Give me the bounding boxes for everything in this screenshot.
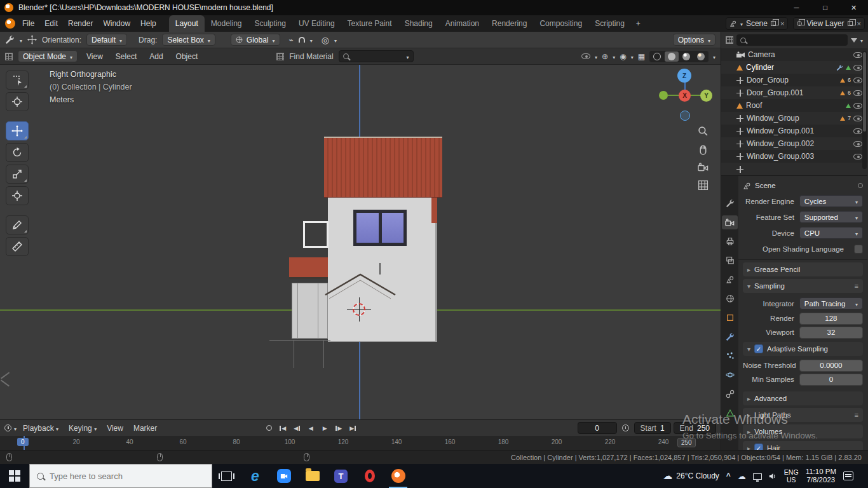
outliner-item-camera[interactable]: Camera — [721, 48, 867, 61]
select-box-tool[interactable] — [6, 71, 29, 90]
options-dropdown[interactable]: Options — [673, 34, 715, 46]
view-menu[interactable]: View — [83, 50, 107, 63]
visibility-eye-icon[interactable] — [853, 90, 862, 96]
xray-toggle-icon[interactable]: ▦ — [638, 53, 645, 60]
outliner-item-cylinder[interactable]: Cylinder — [721, 61, 867, 74]
select-menu[interactable]: Select — [112, 50, 140, 63]
tab-world-icon[interactable] — [722, 292, 738, 306]
action-center-icon[interactable] — [843, 471, 853, 480]
render-engine-dropdown[interactable]: Cycles — [799, 195, 863, 207]
osl-checkbox[interactable] — [854, 245, 863, 254]
task-view-button[interactable] — [212, 464, 241, 488]
menu-render[interactable]: Render — [63, 17, 98, 30]
add-menu[interactable]: Add — [146, 50, 166, 63]
transform-tool[interactable] — [6, 186, 29, 205]
outliner-search-field[interactable] — [736, 34, 848, 46]
keying-menu[interactable]: Keying — [65, 422, 100, 435]
next-keyframe-button[interactable]: ▶ — [333, 423, 344, 433]
noise-threshold-field[interactable]: 0.0000 — [799, 360, 863, 372]
tab-view-layer-icon[interactable] — [722, 254, 738, 268]
workspace-tab-layout[interactable]: Layout — [169, 15, 205, 32]
outliner-item-window-group-001[interactable]: Window_Group.001 — [721, 125, 867, 137]
overlays-caret-icon[interactable] — [631, 52, 634, 61]
advanced-panel[interactable]: Advanced — [743, 391, 863, 405]
tab-scene-icon[interactable] — [722, 273, 738, 287]
shading-material-button[interactable] — [679, 51, 693, 62]
visibility-eye-icon[interactable] — [853, 141, 862, 147]
playback-menu[interactable]: Playback — [19, 422, 62, 435]
new-scene-icon[interactable] — [771, 21, 776, 26]
scale-tool[interactable] — [6, 165, 29, 184]
file-explorer-button[interactable] — [298, 464, 327, 488]
play-reverse-button[interactable]: ◀ — [305, 423, 316, 433]
workspace-tab-rendering[interactable]: Rendering — [485, 15, 533, 32]
shading-caret-icon[interactable] — [713, 52, 715, 61]
edge-button[interactable]: e — [241, 464, 269, 488]
pan-hand-icon[interactable] — [698, 144, 709, 155]
tab-object-icon[interactable] — [722, 311, 738, 325]
outliner-item-window-group-003[interactable]: Window_Group.003 — [721, 150, 867, 163]
hair-checkbox[interactable] — [754, 444, 763, 450]
visibility-caret-icon[interactable] — [595, 52, 597, 61]
prev-keyframe-button[interactable]: ◀ — [291, 423, 302, 433]
snap-link-icon[interactable]: ⌁ — [289, 36, 294, 44]
tool-caret-icon[interactable] — [20, 36, 22, 44]
feature-set-dropdown[interactable]: Supported — [799, 211, 863, 223]
visibility-eye-icon[interactable] — [853, 78, 862, 83]
presets-menu-icon[interactable] — [855, 411, 858, 419]
gizmos-toggle-icon[interactable]: ⊕ — [602, 53, 608, 60]
viewport-3d[interactable]: Right Orthographic (0) Collection | Cyli… — [0, 65, 721, 419]
adaptive-sampling-checkbox[interactable] — [754, 344, 763, 353]
workspace-tab-texture-paint[interactable]: Texture Paint — [341, 15, 398, 32]
minimize-button[interactable]: ─ — [782, 0, 811, 15]
workspace-tab-sculpting[interactable]: Sculpting — [248, 15, 292, 32]
pin-icon[interactable] — [858, 183, 863, 188]
visibility-eye-icon[interactable] — [853, 154, 862, 159]
start-frame-field[interactable]: Start1 — [634, 422, 671, 434]
marker-menu[interactable]: Marker — [130, 422, 161, 435]
unlink-scene-icon[interactable]: × — [780, 20, 784, 27]
object-visibility-icon[interactable] — [581, 53, 590, 59]
outliner-caret-icon[interactable] — [860, 36, 863, 44]
jump-to-start-button[interactable]: ◀ — [277, 423, 288, 433]
volume-icon[interactable] — [769, 472, 777, 480]
move-widget-icon[interactable] — [27, 35, 37, 44]
tab-output-icon[interactable] — [722, 234, 738, 248]
material-search-field[interactable] — [339, 50, 414, 62]
workspace-tab-animation[interactable]: Animation — [439, 15, 485, 32]
maximize-button[interactable]: □ — [811, 0, 839, 15]
taskbar-search[interactable] — [29, 464, 212, 488]
visibility-eye-icon[interactable] — [853, 52, 862, 58]
outliner-scrollbar[interactable] — [862, 51, 867, 169]
blender-taskbar-button[interactable] — [384, 464, 412, 488]
grid-toggle-icon[interactable] — [698, 180, 709, 191]
timeline-ruler[interactable]: 20 40 60 80 100 120 140 160 180 200 220 … — [0, 436, 721, 450]
proportional-edit-icon[interactable]: ◎ — [322, 36, 329, 44]
scene-selector[interactable]: Scene × — [726, 17, 788, 30]
add-workspace-button[interactable]: + — [631, 15, 646, 32]
device-dropdown[interactable]: CPU — [799, 227, 863, 239]
outliner-item-door-group-001[interactable]: Door_Group.001 6 — [721, 86, 867, 99]
menu-window[interactable]: Window — [98, 17, 135, 30]
taskbar-search-input[interactable] — [50, 471, 183, 481]
visibility-eye-icon[interactable] — [853, 65, 862, 71]
start-button[interactable] — [0, 464, 29, 488]
zoom-icon[interactable] — [698, 126, 709, 137]
viewport-samples-field[interactable]: 32 — [799, 327, 863, 339]
visibility-eye-icon[interactable] — [853, 103, 862, 109]
visibility-eye-icon[interactable] — [853, 116, 862, 121]
gizmo-x-ball[interactable]: X — [679, 90, 691, 102]
tab-render-icon[interactable] — [722, 215, 738, 229]
mode-dropdown[interactable]: Object Mode — [18, 50, 78, 62]
play-button[interactable]: ▶ — [319, 423, 330, 433]
shading-rendered-button[interactable] — [694, 51, 708, 62]
overlays-toggle-icon[interactable]: ◉ — [620, 53, 626, 60]
end-frame-field[interactable]: End250 — [674, 422, 716, 434]
workspace-tab-modeling[interactable]: Modeling — [205, 15, 248, 32]
workspace-tab-scripting[interactable]: Scripting — [588, 15, 631, 32]
weather-widget[interactable]: ☁26°C Cloudy — [663, 470, 719, 482]
navigation-gizmo[interactable]: Z Y X — [656, 66, 714, 125]
opera-button[interactable] — [355, 464, 384, 488]
outliner-item-window-group[interactable]: Window_Group 7 — [721, 112, 867, 125]
outliner-editor-icon[interactable] — [726, 36, 733, 44]
